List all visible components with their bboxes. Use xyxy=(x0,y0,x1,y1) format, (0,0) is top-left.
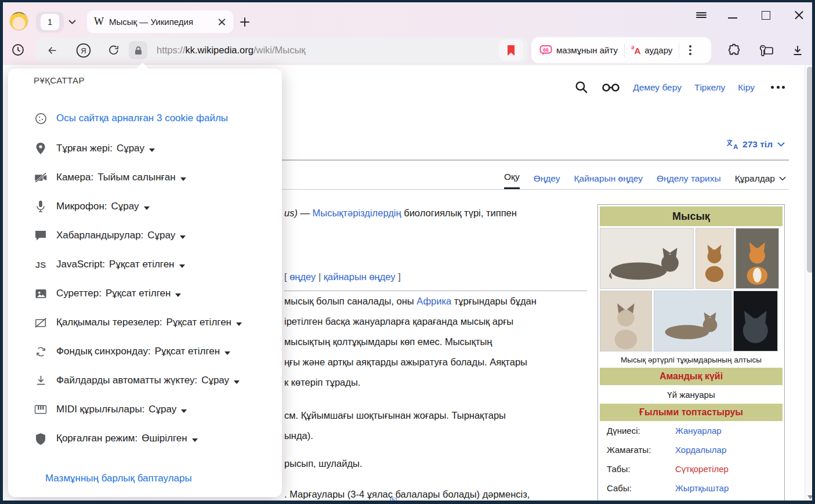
window-border xyxy=(812,0,815,504)
divider xyxy=(679,43,679,57)
browser-tab[interactable]: W Мысық — Уикипедия xyxy=(87,10,233,33)
permission-item-background-sync[interactable]: Фондық синхрондау:Рұқсат етілген xyxy=(34,343,230,360)
dropdown-caret-icon xyxy=(180,235,186,239)
tab-close-icon[interactable] xyxy=(218,18,226,26)
cat-photo-gray[interactable] xyxy=(733,291,778,351)
search-icon[interactable] xyxy=(574,80,589,95)
wikipedia-favicon: W xyxy=(94,16,104,28)
window-border xyxy=(0,0,815,2)
infobox-title: Мысық xyxy=(600,206,783,226)
paragraph-line: іретілген басқа жануарларға қарағанда мы… xyxy=(284,316,513,327)
status-header: Амандық күйі xyxy=(600,368,783,385)
permission-item-midi[interactable]: MIDI құрылғылары:Сұрау xyxy=(34,401,187,418)
permission-item-location[interactable]: Тұрған жері:Сұрау xyxy=(34,140,155,157)
permission-item-notifications[interactable]: Хабарландырулар:Сұрау xyxy=(34,227,186,244)
passwords-button[interactable] xyxy=(758,42,775,59)
new-tab-button[interactable] xyxy=(237,14,253,30)
permission-item-protected-mode[interactable]: Қорғалған режим:Өшірілген xyxy=(34,430,198,447)
kingdom-link[interactable]: Жануарлар xyxy=(675,426,722,436)
section-divider xyxy=(284,291,587,291)
bookmark-button[interactable] xyxy=(499,39,523,61)
language-count: 273 тіл xyxy=(742,139,773,150)
cat-photo-abyssinian[interactable] xyxy=(696,228,734,289)
dropdown-caret-icon xyxy=(180,177,186,181)
paragraph-line: ында). xyxy=(284,430,313,441)
taxonomy-header: Ғылыми топтастыруы xyxy=(600,404,783,421)
translate-button[interactable]: әA аудару xyxy=(631,45,672,56)
permission-item-camera[interactable]: Камера:Тыйым салынған xyxy=(34,169,186,186)
window-menu-button[interactable] xyxy=(693,7,710,23)
tab-tools[interactable]: Құралдар xyxy=(735,173,786,189)
permission-item-popups[interactable]: Қалқымалы терезелер:Рұқсат етілген xyxy=(34,314,242,331)
yandex-icon: Я xyxy=(76,43,91,58)
svg-text:A: A xyxy=(733,143,738,150)
reload-button[interactable] xyxy=(102,40,125,61)
dropdown-caret-icon xyxy=(224,351,230,355)
extensions-button[interactable] xyxy=(726,42,743,59)
permission-item-images[interactable]: Суреттер:Рұқсат етілген xyxy=(34,285,181,302)
back-button[interactable] xyxy=(41,40,64,61)
dropdown-caret-icon xyxy=(144,206,150,210)
tab-edit-source[interactable]: Қайнарын өңдеу xyxy=(574,173,643,189)
downloads-button[interactable] xyxy=(789,42,806,59)
edit-link[interactable]: өңдеу xyxy=(289,271,316,282)
language-selector[interactable]: A 273 тіл xyxy=(726,139,785,150)
popup-blocked-icon xyxy=(34,317,47,328)
yandex-services-button[interactable]: Я xyxy=(72,40,95,61)
cat-photo-orange-white[interactable] xyxy=(736,228,779,289)
africa-link[interactable]: Африка xyxy=(416,296,451,306)
chevron-down-icon xyxy=(777,142,785,147)
donate-link[interactable]: Демеу беру xyxy=(633,82,682,93)
read-aloud-icon: 66 xyxy=(539,45,552,56)
phylum-link[interactable]: Хордалылар xyxy=(675,445,726,455)
more-actions-button[interactable] xyxy=(689,45,691,55)
address-bar[interactable]: Я https://kk.wikipedia.org/wiki/Мысық xyxy=(36,37,528,63)
cat-photo-tabby-lying[interactable] xyxy=(600,228,694,289)
permission-item-microphone[interactable]: Микрофон:Сұрау xyxy=(34,198,150,215)
chevron-down-icon[interactable] xyxy=(68,20,76,24)
location-icon xyxy=(35,142,46,155)
history-button[interactable] xyxy=(8,39,28,60)
window-close-button[interactable] xyxy=(790,7,807,23)
window-maximize-button[interactable] xyxy=(757,7,774,23)
midi-keyboard-icon xyxy=(34,404,47,415)
sync-icon xyxy=(35,346,47,358)
permission-item-javascript[interactable]: JS JavaScript:Рұқсат етілген xyxy=(34,256,185,273)
all-content-settings-link[interactable]: Мазмұнның барлық баптаулары xyxy=(45,473,192,484)
cookies-link[interactable]: Осы сайтқа арналған 3 cookie файлы xyxy=(56,113,228,124)
cat-photo-tabby-snow[interactable] xyxy=(654,291,731,351)
class-link[interactable]: Сүтқоретілер xyxy=(675,464,729,474)
minimize-icon xyxy=(728,17,737,19)
register-link[interactable]: Тіркелу xyxy=(694,82,725,93)
puzzle-icon xyxy=(727,43,742,58)
tab-group-button[interactable]: 1 xyxy=(36,12,64,32)
translate-icon: әA xyxy=(631,45,640,56)
appearance-glasses-icon[interactable] xyxy=(602,83,620,92)
download-icon xyxy=(791,43,805,57)
order-link[interactable]: Жыртқыштар xyxy=(675,483,729,493)
site-permissions-button[interactable] xyxy=(129,41,147,59)
read-aloud-label: мазмұнын айту xyxy=(556,45,618,55)
permission-item-auto-download[interactable]: Файлдарды автоматты жүктеу:Сұрау xyxy=(34,372,240,389)
felidae-link[interactable]: Мысықтәрізділердің xyxy=(313,208,401,218)
profile-avatar[interactable] xyxy=(9,12,28,31)
taxonomy-row: Дүниесі: Жануарлар xyxy=(600,421,783,440)
tab-read[interactable]: Оқу xyxy=(504,172,520,189)
site-permissions-panel: РҰҚСАТТАР Осы сайтқа арналған 3 cookie ф… xyxy=(8,68,282,497)
more-options-icon[interactable] xyxy=(771,86,785,89)
cat-photo-siamese[interactable] xyxy=(600,291,652,351)
url-host: kk.wikipedia.org xyxy=(186,45,253,55)
read-aloud-button[interactable]: 66 мазмұнын айту xyxy=(539,45,618,56)
javascript-icon: JS xyxy=(35,260,46,270)
edit-source-link[interactable]: қайнарын өңдеу xyxy=(324,271,396,282)
tab-history[interactable]: Өңделу тарихы xyxy=(657,173,721,189)
browser-window: 1 W Мысық — Уикипедия Я https://kk.wikip… xyxy=(0,0,815,504)
tab-count-badge: 1 xyxy=(41,14,59,30)
login-link[interactable]: Кіру xyxy=(738,82,755,93)
window-minimize-button[interactable] xyxy=(724,7,741,23)
tab-edit[interactable]: Өңдеу xyxy=(534,173,560,189)
tab-title: Мысық — Уикипедия xyxy=(109,17,213,27)
close-icon xyxy=(795,11,803,19)
url-text[interactable]: https://kk.wikipedia.org/wiki/Мысық xyxy=(157,45,306,56)
plus-icon xyxy=(240,17,249,27)
